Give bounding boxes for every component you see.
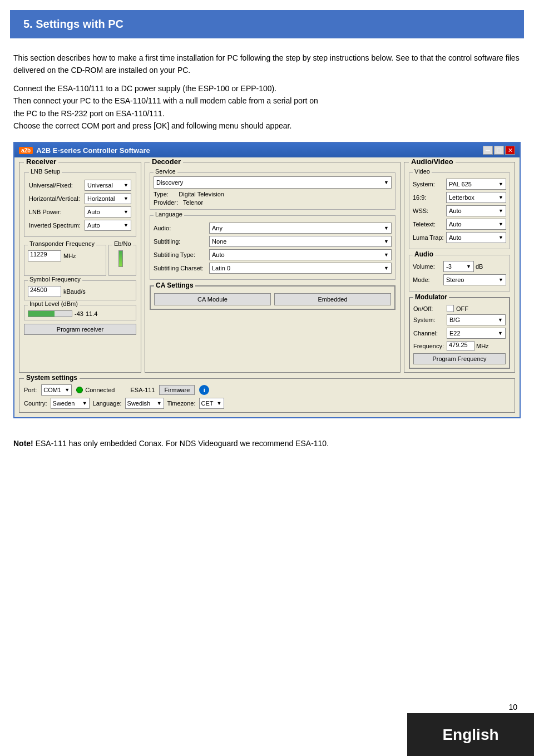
audio-select[interactable]: Any ▼	[209, 223, 392, 234]
frequency-row: Frequency: 479.25 MHz	[413, 341, 506, 351]
level-value: -43	[75, 310, 83, 317]
audio-arrow: ▼	[384, 225, 389, 231]
system-row2: Country: Sweden ▼ Language: Swedish ▼ Ti…	[24, 398, 510, 409]
ebno-title: Eb/No	[112, 240, 133, 247]
volume-label: Volume:	[413, 263, 443, 270]
horiz-vert-select[interactable]: Horizontal ▼	[85, 193, 131, 204]
universal-fixed-arrow: ▼	[123, 182, 128, 188]
provider-label: Provider:	[154, 199, 178, 206]
lnb-power-select[interactable]: Auto ▼	[85, 206, 131, 218]
subtitling-charset-select[interactable]: Latin 0 ▼	[209, 263, 392, 274]
symbol-input[interactable]: 24500	[28, 286, 61, 297]
port-select[interactable]: COM1 ▼	[41, 384, 72, 396]
symbol-freq-row: 24500 kBaud/s	[28, 286, 132, 297]
teletext-label: Teletext:	[413, 221, 446, 228]
video-title: Video	[413, 168, 432, 175]
system2-label: System:	[413, 317, 447, 323]
universal-fixed-row: Universal/Fixed: Universal ▼	[29, 180, 131, 191]
info-icon[interactable]: i	[199, 385, 209, 395]
ca-module-button[interactable]: CA Module	[154, 293, 271, 305]
wss-select[interactable]: Auto ▼	[446, 205, 506, 216]
volume-value: -3	[446, 263, 452, 270]
subtitling-type-row: Subtitling Type: Auto ▼	[154, 249, 392, 260]
onoff-checkbox[interactable]	[447, 305, 454, 312]
system2-select[interactable]: B/G ▼	[447, 314, 506, 325]
titlebar: a2b A2B E-series Controller Software ─ □…	[14, 143, 520, 157]
mode-select[interactable]: Stereo ▼	[443, 274, 506, 285]
type-value: Digital Television	[179, 191, 224, 197]
connected-indicator: Connected	[76, 387, 115, 393]
subtitling-type-label: Subtitling Type:	[154, 251, 209, 258]
ratio-row: 16:9: Letterbox ▼	[413, 192, 506, 203]
channel-label: Channel:	[413, 330, 447, 337]
transponder-input[interactable]: 11229	[28, 250, 61, 261]
channel-row: Channel: E22 ▼	[413, 328, 506, 339]
language-value: Swedish	[127, 400, 151, 407]
decoder-panel-title: Decoder	[150, 157, 183, 166]
program-frequency-button[interactable]: Program Frequency	[413, 353, 506, 364]
onoff-row: On/Off: OFF	[413, 305, 506, 312]
subtitling-type-select[interactable]: Auto ▼	[209, 249, 392, 260]
inverted-spectrum-select[interactable]: Auto ▼	[85, 220, 131, 231]
type-label: Type:	[154, 191, 169, 197]
transponder-title: Transponder Frequency	[28, 240, 96, 247]
system-row1: Port: COM1 ▼ Connected ESA-111 Firmware …	[24, 384, 510, 396]
discovery-value: Discovery	[156, 179, 183, 186]
timezone-select[interactable]: CET ▼	[199, 398, 224, 409]
minimize-button[interactable]: ─	[483, 146, 493, 155]
modulator-panel: Modulator On/Off: OFF System:	[409, 297, 510, 369]
universal-fixed-select[interactable]: Universal ▼	[85, 180, 131, 191]
subtitling-label: Subtitling:	[154, 238, 209, 245]
language-title: Language	[154, 211, 184, 218]
provider-value: Telenor	[183, 199, 203, 206]
transponder-unit: MHz	[63, 253, 76, 259]
mode-arrow: ▼	[498, 277, 503, 283]
firmware-button[interactable]: Firmware	[159, 385, 195, 395]
audio-value: Any	[212, 225, 222, 231]
mode-value: Stereo	[446, 276, 464, 283]
symbol-panel: Symbol Frequency 24500 kBaud/s	[24, 280, 136, 300]
volume-unit: dB	[476, 263, 483, 270]
symbol-unit: kBaud/s	[63, 288, 86, 295]
system-label: System:	[413, 181, 446, 187]
provider-row: Provider: Telenor	[154, 199, 392, 206]
timezone-value: CET	[201, 400, 214, 407]
type-row: Type: Digital Television	[154, 191, 392, 197]
volume-select[interactable]: -3 ▼	[443, 261, 474, 272]
timezone-label: Timezone:	[167, 400, 196, 407]
input-level-title: Input Level (dBm)	[28, 300, 80, 307]
connected-dot	[76, 387, 83, 393]
symbol-value: 24500	[30, 286, 47, 293]
maximize-button[interactable]: □	[494, 146, 504, 155]
subtitling-charset-arrow: ▼	[384, 265, 389, 271]
subtitling-select[interactable]: None ▼	[209, 236, 392, 247]
inverted-spectrum-value: Auto	[87, 222, 100, 229]
ca-settings-panel: CA Settings CA Module Embedded	[150, 285, 395, 310]
channel-select[interactable]: E22 ▼	[447, 328, 506, 339]
lnb-power-arrow: ▼	[123, 209, 128, 215]
lnb-power-label: LNB Power:	[29, 209, 85, 215]
receiver-panel: Receiver LNB Setup Universal/Fixed: Univ…	[19, 162, 141, 373]
close-button[interactable]: ✕	[505, 146, 515, 155]
system2-value: B/G	[449, 317, 460, 323]
teletext-row: Teletext: Auto ▼	[413, 219, 506, 230]
frequency-value: 479.25	[449, 342, 468, 348]
luma-select[interactable]: Auto ▼	[446, 232, 506, 243]
program-receiver-button[interactable]: Program receiver	[24, 324, 136, 335]
embedded-button[interactable]: Embedded	[274, 293, 391, 305]
frequency-input[interactable]: 479.25	[447, 341, 474, 351]
discovery-select[interactable]: Discovery ▼	[154, 176, 392, 189]
service-title: Service	[154, 168, 177, 175]
horiz-vert-value: Horizontal	[87, 195, 115, 202]
system-select[interactable]: PAL 625 ▼	[446, 179, 506, 190]
teletext-select[interactable]: Auto ▼	[446, 219, 506, 230]
country-select[interactable]: Sweden ▼	[51, 398, 90, 409]
language-panel: Language Audio: Any ▼ Subtitling:	[150, 215, 395, 280]
transponder-panel: Transponder Frequency 11229 MHz	[24, 245, 106, 276]
discovery-arrow: ▼	[384, 180, 389, 185]
language-select[interactable]: Swedish ▼	[125, 398, 164, 409]
language-label: Language:	[93, 400, 122, 407]
ratio-select[interactable]: Letterbox ▼	[446, 192, 506, 203]
universal-fixed-label: Universal/Fixed:	[29, 182, 85, 189]
teletext-arrow: ▼	[498, 221, 503, 227]
